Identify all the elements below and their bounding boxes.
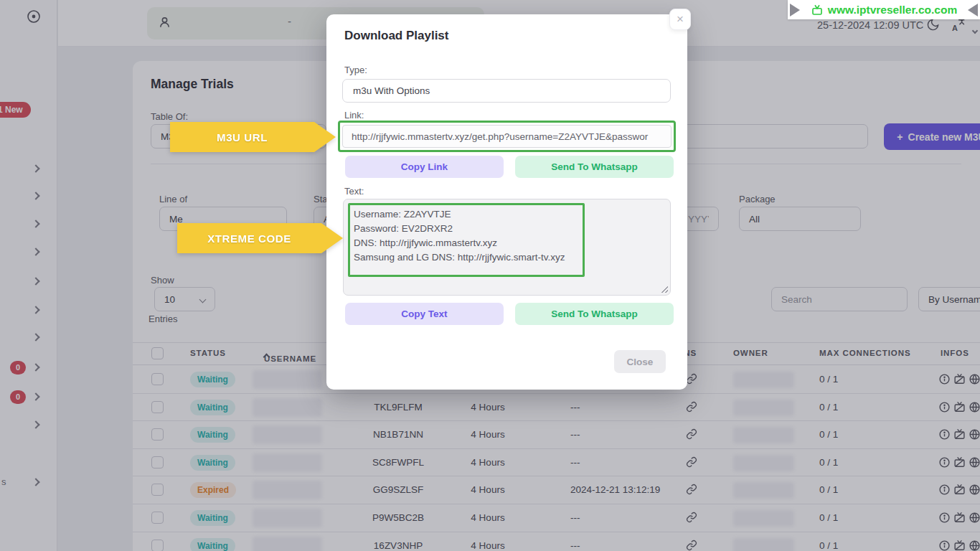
xtreme-code-annotation-arrow: XTREME CODE — [177, 223, 343, 253]
credentials-textarea[interactable]: Username: Z2AYVTJE Password: EV2DRXR2 DN… — [343, 199, 671, 296]
m3u-url-annotation-arrow: M3U URL — [170, 122, 336, 152]
close-button[interactable]: Close — [614, 350, 666, 373]
link-label: Link: — [344, 110, 364, 121]
copy-link-button[interactable]: Copy Link — [345, 156, 504, 178]
modal-title: Download Playlist — [344, 29, 448, 43]
textarea-line: Password: EV2DRXR2 — [354, 222, 660, 236]
arrow-tip — [314, 122, 336, 152]
text-label: Text: — [344, 186, 364, 197]
m3u-url-highlight-box: http://rjjfywic.mmastertv.xyz/get.php?us… — [338, 121, 676, 152]
arrow-tip — [321, 223, 343, 253]
type-select[interactable]: m3u With Options — [342, 79, 671, 103]
send-whatsapp-button[interactable]: Send To Whatsapp — [515, 156, 674, 178]
textarea-line: Username: Z2AYVTJE — [354, 207, 660, 222]
watermark-url: www.iptvreseller.co.com — [828, 4, 957, 17]
resize-handle[interactable] — [660, 285, 668, 293]
watermark-ribbon: www.iptvreseller.co.com — [788, 0, 980, 19]
type-label: Type: — [344, 65, 367, 75]
send-whatsapp-text-button[interactable]: Send To Whatsapp — [515, 303, 674, 325]
copy-text-button[interactable]: Copy Text — [345, 303, 504, 325]
ribbon-arrow-left-icon — [790, 4, 800, 17]
download-playlist-modal: × Download Playlist Type: m3u With Optio… — [326, 14, 687, 390]
m3u-link-input[interactable]: http://rjjfywic.mmastertv.xyz/get.php?us… — [342, 125, 672, 148]
tv-logo-icon — [811, 4, 824, 17]
textarea-line: Samsung and LG DNS: http://rjjfywic.smar… — [354, 250, 660, 265]
annotation-label: M3U URL — [170, 122, 314, 152]
annotation-label: XTREME CODE — [177, 223, 321, 253]
close-icon[interactable]: × — [669, 9, 691, 30]
ribbon-arrow-right-icon — [968, 4, 978, 17]
textarea-line: DNS: http://rjjfywic.mmastertv.xyz — [354, 236, 660, 250]
